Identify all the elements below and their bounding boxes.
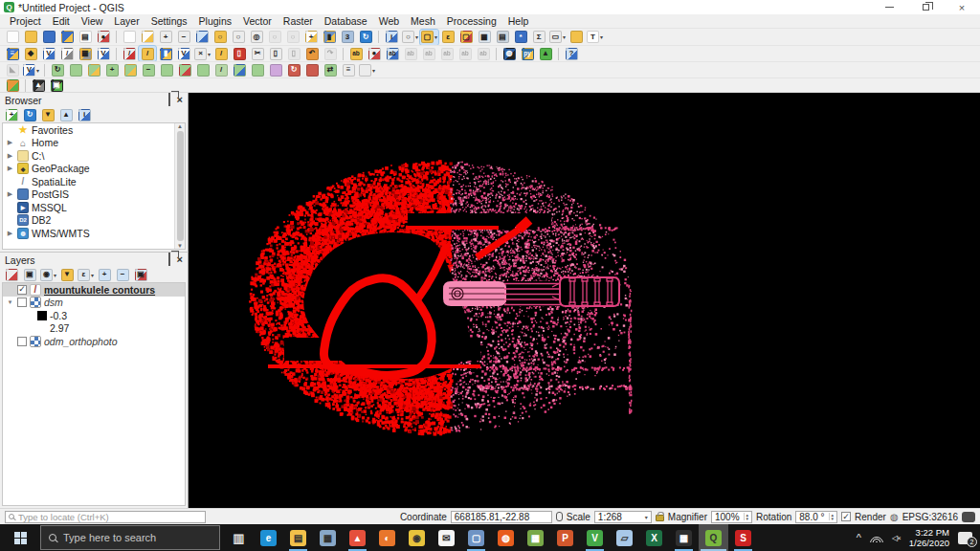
layer-visibility-checkbox[interactable]: ✓ (17, 285, 27, 295)
taskbar-excel-icon[interactable]: X (639, 524, 669, 551)
menu-edit[interactable]: Edit (47, 15, 76, 27)
project-save-as[interactable] (58, 30, 76, 45)
identify-features[interactable]: i (383, 30, 400, 45)
change-label[interactable]: ab (475, 46, 492, 61)
copy-features[interactable]: ▯ (267, 46, 284, 61)
layer-diagrams[interactable]: ● (366, 46, 383, 61)
delete-ring[interactable]: − (140, 62, 157, 77)
epsg-status[interactable]: EPSG:32616 (902, 512, 958, 522)
browser-item-wms-wmts[interactable]: ▶◍WMS/WMTS (3, 227, 185, 240)
taskbar-calculator-icon[interactable]: ▦ (669, 524, 699, 551)
rotation-spinbox[interactable]: 88.0 °▴▾ (795, 511, 837, 523)
wifi-icon[interactable] (870, 534, 883, 542)
delete-selected[interactable]: ▯ (231, 46, 248, 61)
toggle-editing[interactable]: / (139, 46, 156, 61)
volume-icon[interactable]: ◁× (892, 534, 901, 542)
browser-item-home[interactable]: ▶⌂Home (3, 137, 185, 150)
cad-tools[interactable]: ◣ (4, 62, 21, 77)
merge-attributes[interactable] (267, 62, 284, 77)
cut-features[interactable]: ✂ (249, 46, 266, 61)
geotag-photos[interactable]: ▣ (48, 77, 65, 93)
add-selected-layers[interactable]: + (3, 107, 20, 122)
expand-arrow-icon[interactable]: ▶ (6, 165, 14, 172)
move-label[interactable]: ab (438, 46, 456, 61)
properties-widget[interactable]: i (76, 107, 93, 122)
collapse-all-browser[interactable]: ▴ (57, 107, 75, 122)
layer-item-dsm[interactable]: ▾dsm (3, 297, 185, 310)
taskbar-brave-icon[interactable]: ▲ (343, 524, 372, 551)
filter-legend[interactable]: ▼ (58, 267, 76, 282)
layer-labeling[interactable]: ab (347, 46, 365, 61)
magnifier-spinbox[interactable]: 100%▴▾ (711, 511, 752, 523)
menu-processing[interactable]: Processing (441, 15, 502, 27)
show-hide-labels[interactable]: ab (420, 46, 437, 61)
current-edits[interactable]: / (121, 46, 138, 61)
menu-vector[interactable]: Vector (237, 15, 278, 27)
taskbar-firefox-icon[interactable]: ◐ (372, 524, 402, 551)
highlight-pinned-labels[interactable]: ab (402, 46, 419, 61)
new-map-view[interactable]: + (302, 30, 320, 45)
gps-information[interactable]: ▲ (30, 77, 47, 93)
menu-database[interactable]: Database (319, 15, 373, 27)
browser-item-c[interactable]: ▶C:\ (3, 149, 185, 163)
filter-by-expression[interactable]: ε▾ (77, 267, 95, 282)
split-parts[interactable] (231, 62, 248, 77)
menu-settings[interactable]: Settings (145, 15, 193, 27)
new-geopackage-layer[interactable]: ◆ (22, 46, 39, 61)
fill-ring[interactable] (122, 62, 139, 77)
taskbar-sticky-notes-icon[interactable]: ▱ (610, 524, 639, 551)
add-part[interactable]: + (103, 62, 121, 77)
project-new[interactable] (4, 30, 21, 45)
text-annotation[interactable]: T▾ (586, 30, 604, 45)
split-features[interactable]: / (212, 62, 230, 77)
osm-place-search[interactable]: ◍ (501, 46, 518, 61)
data-source-manager[interactable]: ≡ (4, 46, 21, 61)
expand-all[interactable]: + (96, 267, 113, 282)
add-feature[interactable]: V (175, 46, 192, 61)
refresh-browser[interactable]: ↻ (21, 107, 38, 122)
map-tips[interactable] (568, 30, 585, 45)
zoom-to-selection[interactable]: ○ (230, 30, 247, 45)
rotate-label[interactable]: ab (457, 46, 474, 61)
taskbar-remote-desktop-icon[interactable]: ▦ (313, 524, 343, 551)
remove-layer[interactable]: ▣ (132, 267, 149, 282)
manage-map-themes[interactable]: ◉▾ (39, 267, 57, 282)
locate-input[interactable]: Type to locate (Ctrl+K) (5, 511, 206, 523)
refresh-map[interactable]: ↻ (357, 30, 374, 45)
layer-visibility-checkbox[interactable] (17, 337, 27, 346)
zoom-out[interactable]: − (175, 30, 192, 45)
coordinate-input[interactable]: 668185.81,-22.88 (451, 511, 552, 523)
undo[interactable]: ↶ (303, 46, 321, 61)
pan-to-selection[interactable] (139, 30, 156, 45)
taskbar-network-computer-icon[interactable]: ▢ (461, 524, 491, 551)
field-calculator[interactable]: ▤ (494, 30, 511, 45)
taskbar-v-app-icon[interactable]: V (580, 524, 610, 551)
zoom-full[interactable]: ○ (212, 30, 229, 45)
taskbar-search[interactable]: Type here to search (40, 525, 220, 550)
zoom-to-layer[interactable]: ◎ (248, 30, 265, 45)
menu-web[interactable]: Web (373, 15, 405, 27)
browser-item-postgis[interactable]: ▶PostGIS (3, 188, 185, 202)
mouse-position-icon[interactable] (556, 512, 563, 521)
bookmarks[interactable]: ▮ (321, 30, 338, 45)
menu-mesh[interactable]: Mesh (405, 15, 441, 27)
menu-plugins[interactable]: Plugins (193, 15, 237, 27)
redo[interactable]: ↷ (322, 46, 339, 61)
zoom-last[interactable]: ○ (266, 30, 283, 45)
taskbar-qgis-icon[interactable]: Q (699, 524, 728, 551)
new-spatialite-layer[interactable]: / (58, 46, 76, 61)
open-layer-styling[interactable] (3, 267, 20, 282)
browser-float-button[interactable] (168, 95, 170, 105)
paste-features[interactable]: ▯ (285, 46, 302, 61)
scale-combobox[interactable]: 1:268▾ (594, 511, 652, 523)
render-checkbox[interactable]: ✓ (841, 512, 851, 521)
notifications-button[interactable]: 2 (958, 532, 972, 544)
style-manager[interactable]: ● (95, 30, 112, 45)
menu-help[interactable]: Help (502, 15, 535, 27)
rotate-point-symbols[interactable]: ↻ (285, 62, 302, 77)
taskbar-sketchup-icon[interactable]: S (728, 524, 758, 551)
layers-float-button[interactable] (168, 254, 170, 265)
browser-scrollbar[interactable]: ▲▼ (174, 123, 185, 249)
filter-browser[interactable]: ▼ (39, 107, 56, 122)
browser-item-spatialite[interactable]: /SpatiaLite (3, 175, 185, 188)
